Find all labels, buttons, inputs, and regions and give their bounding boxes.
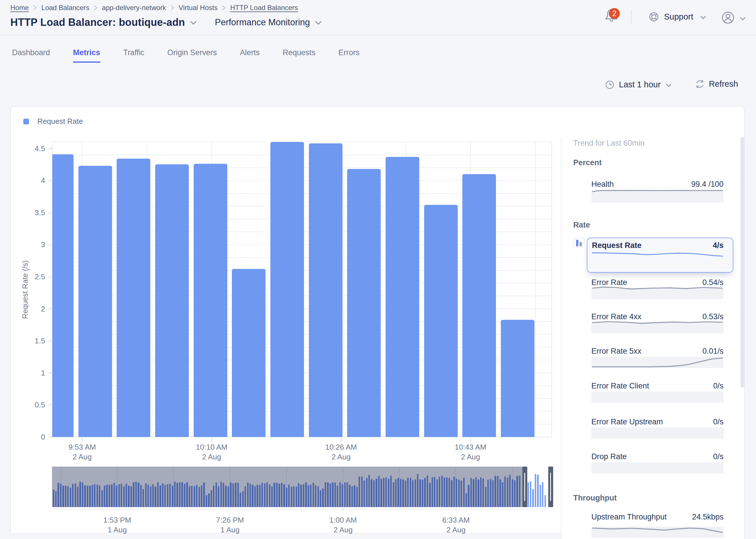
tab-origin-servers[interactable]: Origin Servers [167,48,217,65]
minimap-bar [380,479,382,507]
minimap-bar [480,477,482,507]
x-label-date: 2 Aug [309,452,373,462]
minimap-bar [164,485,166,507]
minimap-axis-line [52,509,553,509]
minimap-bar [497,476,498,507]
metric-value: 4/s [713,241,723,250]
support-menu[interactable]: Support [649,12,707,22]
minimap-bar [385,477,387,507]
chart-legend[interactable]: Request Rate [23,117,83,126]
x-axis-label: 10:26 AM2 Aug [309,442,373,462]
tab-alerts[interactable]: Alerts [240,48,260,65]
user-chevron-down-icon [739,16,746,21]
minimap-bar [223,483,224,507]
tab-dashboard[interactable]: Dashboard [12,48,50,65]
chart-bar[interactable] [424,205,458,437]
minimap-bar [191,486,192,507]
time-range-select[interactable]: Last 1 hour [605,80,672,89]
notifications-button[interactable]: 2 [604,8,620,25]
view-chevron-down-icon [315,20,322,27]
panel-scrollbar[interactable] [740,137,744,387]
minimap-bar [194,486,195,507]
chart-bar[interactable] [52,154,74,437]
avatar-icon [721,11,734,24]
breadcrumb-home[interactable]: Home [10,4,29,12]
minimap-bar [235,483,236,507]
minimap-bar [198,487,200,507]
y-axis-tick [48,405,52,405]
x-axis-label: 9:53 AM2 Aug [50,442,114,462]
view-selector[interactable]: Performance Monitoring [215,17,322,28]
refresh-button[interactable]: Refresh [695,79,738,89]
minimap-bar [424,478,425,507]
minimap-bar [94,484,95,507]
metric-value: 0/s [713,418,723,426]
chart-bar[interactable] [386,157,419,437]
minimap-bar [441,476,443,507]
user-menu[interactable] [721,11,746,24]
chart-bar[interactable] [347,169,381,437]
breadcrumb-virtual-hosts[interactable]: Virtual Hosts [179,4,218,12]
minimap-bar [160,485,161,507]
y-axis-label: 3 [11,240,45,249]
title-chevron-down-icon[interactable] [189,20,197,27]
minimap-bar [315,485,316,507]
time-range-chevron-down-icon [665,83,672,88]
minimap-bar [512,479,513,507]
minimap-bar [196,485,197,507]
breadcrumb-namespace[interactable]: app-delivery-network [102,4,166,12]
spark-area [591,191,723,202]
y-axis-tick [48,244,52,245]
breadcrumb-load-balancers[interactable]: Load Balancers [41,4,89,12]
minimap-bar [373,480,375,507]
breadcrumb-chevron-icon [93,4,98,11]
minimap-bar-selected [537,475,539,507]
minimap-bar [140,485,142,507]
minimap-bar [422,480,423,507]
chart-bar[interactable] [194,164,227,437]
minimap-bar [254,486,256,507]
x-axis-tick [470,437,471,442]
chart-bar[interactable] [117,159,150,437]
minimap-handle-right[interactable] [548,467,554,507]
minimap-bar [492,480,493,507]
minimap-bar [388,479,389,507]
tab-traffic[interactable]: Traffic [123,48,145,65]
minimap-bar [487,480,489,507]
chart-bar[interactable] [501,320,534,437]
minimap-handle-left[interactable] [522,467,528,507]
minimap-bar-selected [540,485,541,507]
tab-requests[interactable]: Requests [283,48,316,65]
chart-bar[interactable] [78,166,112,437]
x-label-time: 10:26 AM [309,442,373,452]
chart-bar[interactable] [232,269,265,437]
minimap-bar [318,486,319,507]
minimap-bar [359,476,360,507]
minimap-label-time: 7:26 PM [198,515,262,525]
x-axis-tick [341,437,341,442]
minimap-bar [53,489,54,507]
minimap-bar [118,484,120,507]
minimap-bar [65,486,66,507]
minimap-bar [514,480,515,507]
minimap-bar [439,477,440,507]
minimap-bar [344,482,346,507]
breadcrumb-http-load-balancers[interactable]: HTTP Load Balancers [230,4,298,12]
minimap-bar [400,479,402,507]
minimap-bar [461,480,462,507]
y-axis-label: 1 [11,368,45,377]
chart-type-icon[interactable] [573,238,584,248]
minimap-bar [213,486,214,507]
tab-metrics[interactable]: Metrics [73,48,100,63]
minimap-bar [162,483,164,507]
chart-bar[interactable] [309,143,342,437]
chart-bar[interactable] [155,164,189,437]
tab-errors[interactable]: Errors [339,48,360,65]
minimap-bar [252,485,253,507]
minimap-bar [273,483,275,507]
chart-bar[interactable] [462,174,496,437]
metric-value: 0.01/s [702,347,723,356]
chart-bar[interactable] [270,142,304,437]
x-axis-tick [82,437,82,442]
breadcrumb-chevron-icon [170,4,175,11]
